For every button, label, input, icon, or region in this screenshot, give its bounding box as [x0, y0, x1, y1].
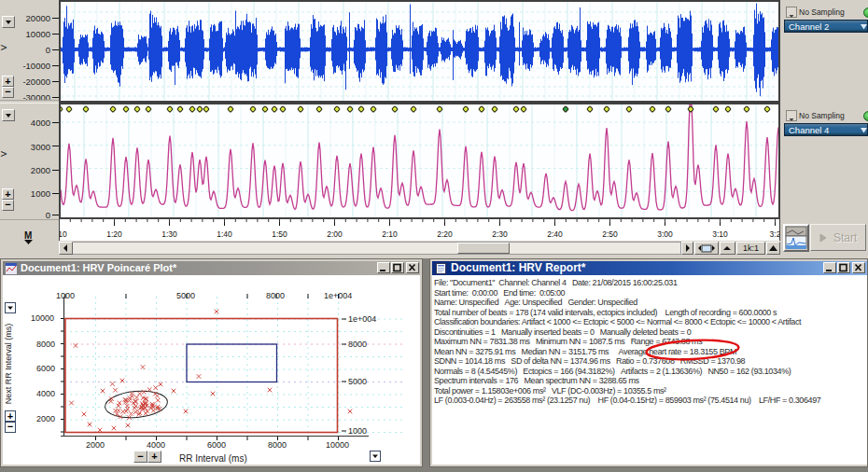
svg-text:1:30: 1:30	[161, 229, 177, 239]
svg-text:2:00: 2:00	[327, 229, 343, 239]
svg-text:1:40: 1:40	[217, 229, 232, 239]
svg-text:1:10: 1:10	[60, 229, 67, 239]
svg-text:2:10: 2:10	[382, 229, 398, 239]
svg-text:1:50: 1:50	[272, 229, 287, 239]
svg-text:2:20: 2:20	[437, 229, 453, 239]
svg-text:3:2: 3:2	[770, 229, 779, 239]
svg-text:1:20: 1:20	[106, 229, 122, 239]
svg-text:2:40: 2:40	[547, 229, 563, 239]
svg-text:3:10: 3:10	[712, 229, 728, 239]
svg-text:2:50: 2:50	[602, 229, 618, 239]
svg-text:3:00: 3:00	[657, 229, 673, 239]
svg-text:2:30: 2:30	[492, 229, 508, 239]
